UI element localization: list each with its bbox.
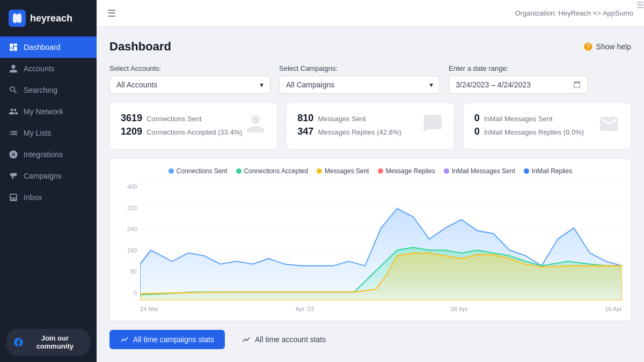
page-title: Dashboard: [109, 40, 171, 54]
topbar: ☰ Organization: HeyReach <> AppSumo: [97, 0, 644, 27]
stat-card-connections: 3619 Connections Sent 1209 Connections A…: [109, 102, 277, 150]
sidebar-label-network: My Network: [24, 107, 63, 116]
stats-icon: [242, 335, 251, 344]
date-filter-group: Enter a date range: 3/24/2023 – 4/24/202…: [449, 64, 588, 94]
sidebar-item-lists[interactable]: My Lists: [0, 122, 97, 144]
mail-icon: [598, 113, 620, 139]
date-picker[interactable]: 3/24/2023 – 4/24/2023: [449, 76, 588, 94]
tab-account-stats[interactable]: All time account stats: [231, 330, 336, 349]
sidebar-label-campaigns: Campaigns: [24, 172, 62, 180]
searching-icon: [9, 85, 18, 95]
content-header: Dashboard Show help: [109, 40, 631, 54]
legend-dot: [524, 168, 529, 174]
tab-campaigns-stats[interactable]: All time campaigns stats: [109, 330, 225, 349]
legend-connections-accepted: Connections Accepted: [236, 167, 308, 175]
stat-card-messages: 810 Messages Sent 347 Messages Replies (…: [286, 102, 454, 150]
campaigns-label: Select Campaigns:: [279, 64, 440, 72]
inbox-icon: [9, 193, 18, 202]
legend-dot: [169, 168, 174, 174]
inmail-sent-label: InMail Messages Sent: [484, 115, 553, 123]
inmail-replies-label: InMail Messages Replies (0.0%): [484, 128, 584, 136]
show-help-label: Show help: [596, 42, 631, 51]
date-label: Enter a date range:: [449, 64, 588, 72]
connections-sent-value: 3619: [121, 113, 142, 124]
legend-label: Connections Accepted: [244, 167, 308, 175]
sidebar-label-inbox: Inbox: [24, 193, 42, 202]
inmail-replies-value: 0: [474, 126, 480, 137]
campaigns-icon: [9, 171, 18, 181]
x-axis: 24 Mar Apr '23 08 Apr 16 Apr: [140, 304, 622, 312]
person-icon: [245, 113, 266, 139]
sidebar-item-dashboard[interactable]: Dashboard: [0, 36, 97, 58]
campaigns-chevron: ▾: [429, 80, 433, 89]
messages-replies-value: 347: [297, 126, 313, 137]
accounts-icon: [9, 64, 18, 73]
chat-icon: [422, 113, 443, 139]
menu-icon[interactable]: ☰: [107, 8, 116, 19]
stats-row: 3619 Connections Sent 1209 Connections A…: [109, 102, 631, 150]
sidebar-bottom: Join our community: [0, 322, 97, 362]
legend-connections-sent: Connections Sent: [169, 167, 228, 175]
messages-sent-label: Messages Sent: [318, 115, 366, 123]
legend-label: InMail Messages Sent: [452, 167, 515, 175]
sidebar-item-inbox[interactable]: Inbox: [0, 187, 97, 208]
campaigns-value: All Campaigns: [286, 80, 334, 89]
main-content: ☰ Organization: HeyReach <> AppSumo Dash…: [97, 0, 644, 362]
legend-inmail-sent: InMail Messages Sent: [444, 167, 515, 175]
sidebar-item-searching[interactable]: Searching: [0, 79, 97, 101]
legend-label: Messages Sent: [325, 167, 369, 175]
legend-dot: [317, 168, 322, 174]
network-icon: [9, 107, 18, 116]
sidebar-item-accounts[interactable]: Accounts: [0, 58, 97, 79]
show-help-button[interactable]: Show help: [583, 42, 631, 51]
content-area: Dashboard Show help Select Accounts: All…: [97, 27, 644, 362]
join-community-label: Join our community: [27, 334, 83, 350]
sidebar-nav: Dashboard Accounts Searching My Network …: [0, 36, 97, 322]
inmail-sent-value: 0: [474, 113, 480, 124]
messages-replies-label: Messages Replies (42.8%): [318, 128, 401, 136]
legend-label: InMail Replies: [532, 167, 572, 175]
bottom-tabs: All time campaigns stats All time accoun…: [109, 330, 631, 349]
date-value: 3/24/2023 – 4/24/2023: [456, 80, 531, 89]
chart-icon: [120, 335, 129, 344]
legend-inmail-replies: InMail Replies: [524, 167, 572, 175]
help-icon: [583, 42, 593, 51]
connections-accepted-value: 1209: [121, 126, 142, 137]
chart-svg: [140, 183, 622, 300]
messages-sent-value: 810: [297, 113, 313, 124]
lists-icon: [9, 128, 18, 138]
campaigns-filter-group: Select Campaigns: All Campaigns ▾: [279, 64, 440, 94]
legend-label: Connections Sent: [177, 167, 228, 175]
accounts-filter-group: Select Accounts: All Accounts ▾: [109, 64, 270, 94]
accounts-select[interactable]: All Accounts ▾: [109, 76, 270, 94]
legend-messages-sent: Messages Sent: [317, 167, 369, 175]
tab-campaigns-label: All time campaigns stats: [133, 335, 214, 344]
calendar-icon: [573, 80, 581, 89]
legend-message-replies: Message Replies: [378, 167, 435, 175]
connections-sent-label: Connections Sent: [147, 115, 202, 123]
stat-card-inmail: 0 InMail Messages Sent 0 InMail Messages…: [463, 102, 631, 150]
filters-row: Select Accounts: All Accounts ▾ Select C…: [109, 64, 631, 94]
sidebar-item-campaigns[interactable]: Campaigns: [0, 165, 97, 187]
y-axis: 400 320 240 160 80 0: [119, 183, 140, 296]
sidebar-label-integrations: Integrations: [24, 150, 63, 159]
chart-legend: Connections Sent Connections Accepted Me…: [119, 167, 622, 175]
campaigns-select[interactable]: All Campaigns ▾: [279, 76, 440, 94]
sidebar-item-integrations[interactable]: Integrations: [0, 144, 97, 165]
connections-accepted-label: Connections Accepted (33.4%): [147, 128, 243, 136]
accounts-chevron: ▾: [260, 80, 264, 89]
sidebar-item-network[interactable]: My Network: [0, 101, 97, 122]
sidebar-label-lists: My Lists: [24, 129, 51, 137]
facebook-icon: [14, 337, 23, 348]
legend-label: Message Replies: [386, 167, 435, 175]
logo-text: heyreach: [30, 13, 72, 24]
chart-container: 400 320 240 160 80 0: [119, 183, 622, 312]
join-community-button[interactable]: Join our community: [6, 329, 90, 356]
sidebar-label-dashboard: Dashboard: [24, 43, 61, 51]
legend-dot: [378, 168, 383, 174]
tab-account-label: All time account stats: [255, 335, 326, 344]
accounts-value: All Accounts: [116, 80, 157, 89]
logo-icon: [9, 10, 26, 27]
logo: heyreach: [0, 0, 97, 36]
sidebar-label-searching: Searching: [24, 86, 57, 94]
